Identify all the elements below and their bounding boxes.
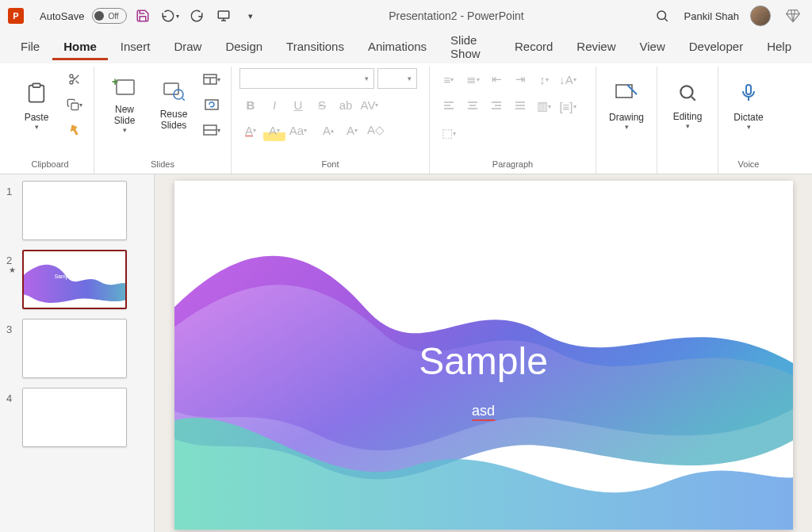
autosave-toggle[interactable]: Off [92, 8, 127, 24]
tab-slide-show[interactable]: Slide Show [439, 29, 502, 67]
tab-transitions[interactable]: Transitions [275, 35, 355, 60]
animation-star-icon: ★ [9, 266, 16, 274]
save-icon[interactable] [132, 5, 154, 27]
clipboard-group-label: Clipboard [14, 158, 86, 172]
reuse-slides-icon [163, 82, 185, 105]
slide-thumbnail[interactable]: Sample [22, 250, 127, 309]
italic-button[interactable]: I [263, 94, 285, 116]
format-painter-button[interactable] [63, 119, 86, 141]
start-slideshow-icon[interactable] [213, 5, 235, 27]
drawing-button[interactable]: Drawing ▾ [604, 68, 649, 144]
align-left-button[interactable] [438, 95, 460, 117]
title-bar: P AutoSave Off ▾ ▾ Presentation2 - Power… [0, 0, 812, 32]
group-editing: Editing ▾ [657, 67, 718, 174]
avatar[interactable] [750, 6, 771, 26]
chevron-down-icon: ▾ [747, 123, 751, 131]
dictate-label: Dictate [733, 112, 763, 123]
shrink-font-button[interactable]: A▾ [341, 119, 363, 141]
microphone-icon [739, 82, 758, 109]
tab-insert[interactable]: Insert [109, 35, 162, 60]
svg-rect-37 [746, 85, 751, 94]
bold-button[interactable]: B [239, 94, 262, 116]
underline-button[interactable]: U [287, 94, 309, 116]
editing-button[interactable]: Editing ▾ [665, 68, 710, 144]
grow-font-button[interactable]: A▴ [317, 119, 339, 141]
find-icon [677, 82, 698, 108]
voice-group-label: Voice [726, 158, 771, 172]
editing-group-label [665, 158, 710, 172]
copy-button[interactable]: ▾ [63, 94, 86, 116]
tab-view[interactable]: View [629, 35, 676, 60]
font-size-dropdown[interactable]: ▾ [377, 68, 417, 89]
tab-file[interactable]: File [10, 35, 51, 60]
editing-label: Editing [673, 111, 703, 122]
change-case-button[interactable]: Aa▾ [287, 119, 309, 141]
chevron-down-icon: ▾ [35, 123, 39, 131]
drawing-label: Drawing [609, 112, 644, 123]
svg-line-9 [76, 81, 79, 84]
align-right-button[interactable] [485, 95, 508, 117]
document-title: Presentation2 - PowerPoint [266, 10, 645, 22]
ribbon: Paste ▾ ▾ Clipboard [0, 63, 812, 174]
increase-indent-button[interactable]: ⇥ [509, 68, 531, 90]
strikethrough-button[interactable]: S [311, 94, 333, 116]
customize-qat-icon[interactable]: ▾ [239, 5, 262, 27]
tab-review[interactable]: Review [565, 35, 626, 60]
thumbnail-number: 1 [6, 181, 17, 197]
new-slide-button[interactable]: + New Slide ▾ [102, 68, 147, 144]
drawing-group-label [604, 158, 649, 172]
svg-line-36 [691, 97, 695, 101]
slide-canvas[interactable]: Sample asd [174, 181, 793, 530]
title-right: Pankil Shah [651, 5, 804, 27]
bullets-button[interactable]: ≡▾ [438, 68, 460, 90]
tab-help[interactable]: Help [756, 35, 802, 60]
shadow-button[interactable]: ab [335, 94, 357, 116]
search-icon[interactable] [651, 5, 673, 27]
svg-line-15 [182, 98, 185, 101]
section-button[interactable]: ▾ [201, 119, 223, 141]
slide-thumbnail[interactable] [22, 181, 127, 240]
decrease-indent-button[interactable]: ⇤ [485, 68, 508, 90]
justify-button[interactable] [509, 95, 531, 117]
font-color-button[interactable]: A▾ [239, 119, 262, 141]
slide-canvas-area: Sample asd [155, 174, 812, 532]
user-name: Pankil Shah [684, 10, 739, 22]
app-icon: P [8, 8, 24, 24]
tab-record[interactable]: Record [504, 35, 564, 60]
align-center-button[interactable] [462, 95, 484, 117]
premium-icon[interactable] [782, 5, 804, 27]
convert-smartart-button[interactable]: ⬚▾ [438, 122, 460, 144]
undo-icon[interactable]: ▾ [159, 5, 181, 27]
text-direction-button[interactable]: ↓A▾ [557, 68, 579, 90]
tab-home[interactable]: Home [52, 35, 108, 60]
paste-button[interactable]: Paste ▾ [14, 68, 59, 144]
dictate-button[interactable]: Dictate ▾ [726, 68, 771, 144]
line-spacing-button[interactable]: ↕▾ [533, 68, 555, 90]
tab-design[interactable]: Design [214, 35, 274, 60]
slide-thumbnail[interactable] [22, 319, 127, 378]
thumbnail-row: 3 [3, 319, 151, 378]
character-spacing-button[interactable]: AV▾ [358, 94, 381, 116]
group-slides: + New Slide ▾ Reuse Slides ▾ [94, 67, 232, 174]
reset-button[interactable] [201, 94, 223, 116]
tab-developer[interactable]: Developer [678, 35, 754, 60]
tab-draw[interactable]: Draw [163, 35, 213, 60]
slide-subtitle-text[interactable]: asd [472, 403, 495, 421]
numbering-button[interactable]: ≣▾ [462, 68, 484, 90]
thumbnail-row: 1 [3, 181, 151, 240]
columns-button[interactable]: ▥▾ [533, 95, 555, 117]
align-text-button[interactable]: [≡]▾ [557, 95, 579, 117]
highlight-button[interactable]: A▾ [263, 119, 285, 141]
autosave-label: AutoSave [40, 10, 84, 22]
cut-button[interactable] [63, 68, 86, 90]
slide-thumbnail[interactable] [22, 388, 127, 447]
slide-title-text[interactable]: Sample [419, 339, 548, 383]
tab-animations[interactable]: Animations [357, 35, 438, 60]
font-name-dropdown[interactable]: ▾ [239, 68, 374, 89]
layout-button[interactable]: ▾ [201, 68, 223, 90]
group-clipboard: Paste ▾ ▾ Clipboard [6, 67, 94, 174]
redo-icon[interactable] [186, 5, 208, 27]
autosave-state: Off [108, 12, 118, 21]
clear-formatting-button[interactable]: A◇ [365, 119, 387, 141]
reuse-slides-button[interactable]: Reuse Slides [151, 68, 196, 144]
